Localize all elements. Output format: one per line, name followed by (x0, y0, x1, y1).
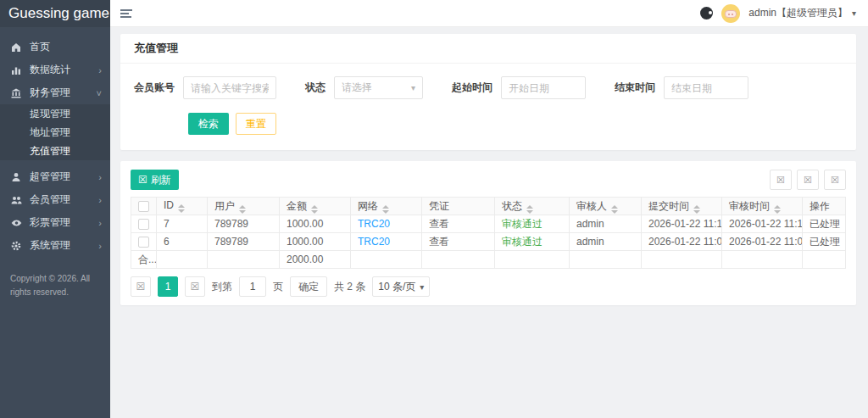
status-label: 状态 (305, 81, 326, 95)
cell-action: 已处理 (803, 215, 846, 233)
cell-submit-time: 2026-01-22 11:16... (642, 215, 722, 233)
content: 充值管理 会员账号 状态 请选择 ▾ (110, 27, 868, 418)
caret-down-icon: ▾ (420, 282, 424, 292)
sort-icon[interactable] (239, 205, 246, 214)
row-checkbox[interactable] (138, 219, 149, 230)
filter-area: 会员账号 状态 请选择 ▾ 起始时间 (120, 64, 856, 150)
status-select[interactable]: 请选择 ▾ (334, 76, 423, 99)
chevron-right-icon: › (98, 172, 102, 182)
sort-icon[interactable] (611, 205, 618, 214)
next-icon: ☒ (191, 281, 200, 293)
refresh-icon: ☒ (138, 174, 147, 186)
col-voucher: 凭证 (422, 198, 495, 215)
sort-icon[interactable] (693, 205, 700, 214)
table-row: 6 789789 1000.00 TRC20 查看 审核通过 admin 202… (131, 233, 846, 251)
table-tool-icons: ☒ ☒ ☒ (770, 170, 846, 190)
sort-icon[interactable] (526, 205, 533, 214)
current-page[interactable]: 1 (158, 276, 178, 297)
topbar: admin【超级管理员】 ▾ (110, 0, 868, 27)
sidebar-item-statistics[interactable]: 数据统计 › (0, 59, 110, 81)
account-input[interactable] (183, 76, 276, 99)
caret-down-icon: ▾ (852, 8, 856, 18)
theme-icon[interactable] (700, 7, 713, 20)
start-date-input[interactable] (501, 76, 586, 99)
sidebar-item-home[interactable]: 首页 (0, 36, 110, 59)
main-area: admin【超级管理员】 ▾ 充值管理 会员账号 状态 (110, 0, 868, 418)
sort-icon[interactable] (311, 205, 318, 214)
finance-submenu: 提现管理 地址管理 充值管理 (0, 104, 110, 160)
status-badge: 审核通过 (502, 218, 542, 230)
prev-page-button[interactable]: ☒ (131, 276, 151, 297)
sort-icon[interactable] (382, 205, 389, 214)
col-status[interactable]: 状态 (495, 198, 570, 215)
network-link[interactable]: TRC20 (358, 236, 390, 248)
gear-icon (10, 241, 22, 251)
network-link[interactable]: TRC20 (358, 218, 390, 230)
sort-icon[interactable] (774, 205, 781, 214)
sidebar-item-system[interactable]: 系统管理 › (0, 234, 110, 257)
sidebar-subitem-address[interactable]: 地址管理 (0, 123, 110, 142)
goto-page-input[interactable] (239, 276, 266, 297)
table-row: 7 789789 1000.00 TRC20 查看 审核通过 admin 202… (131, 215, 846, 233)
user-menu[interactable]: admin【超级管理员】 ▾ (748, 6, 856, 20)
select-all-checkbox[interactable] (138, 201, 149, 212)
voucher-view-link[interactable]: 查看 (429, 236, 449, 248)
print-icon: ☒ (831, 175, 839, 186)
print-button[interactable]: ☒ (824, 170, 846, 190)
sidebar-item-superadmin[interactable]: 超管管理 › (0, 165, 110, 188)
sidebar-item-members[interactable]: 会员管理 › (0, 188, 110, 211)
end-date-input[interactable] (664, 76, 748, 99)
bar-chart-icon (10, 65, 22, 75)
avatar[interactable] (721, 4, 740, 23)
table-header-row: ID 用户 金额 网络 凭证 状态 审核人 提交时间 审核时间 操作 (131, 198, 846, 215)
per-page-select[interactable]: 10 条/页 ▾ (372, 276, 430, 297)
menu-fold-icon[interactable] (119, 5, 134, 22)
sidebar-subitem-recharge[interactable]: 充值管理 (0, 142, 110, 160)
summary-label: 合... (131, 251, 157, 269)
per-page-value: 10 条/页 (378, 280, 415, 294)
col-action: 操作 (803, 198, 846, 215)
table-toolbar: ☒ 刷新 ☒ ☒ ☒ (131, 170, 846, 190)
caret-down-icon: ▾ (411, 83, 415, 92)
col-submit-time[interactable]: 提交时间 (642, 198, 722, 215)
page-title: 充值管理 (120, 34, 856, 64)
chevron-right-icon: › (98, 195, 102, 205)
sidebar-subitem-withdraw[interactable]: 提现管理 (0, 104, 110, 123)
sidebar-item-lottery[interactable]: 彩票管理 › (0, 211, 110, 234)
chevron-right-icon: › (98, 65, 102, 75)
page-word: 页 (273, 280, 283, 294)
voucher-view-link[interactable]: 查看 (429, 218, 449, 230)
app-logo: Guessing game (0, 0, 110, 27)
cell-action: 已处理 (803, 233, 846, 251)
status-badge: 审核通过 (502, 236, 542, 248)
cell-id: 7 (157, 215, 208, 233)
sidebar-menu: 首页 数据统计 › 财务管理 ˅ 提现管理 地址管理 充值管理 (0, 36, 110, 257)
filter-card: 充值管理 会员账号 状态 请选择 ▾ (120, 34, 856, 150)
search-button[interactable]: 检索 (188, 113, 229, 135)
export-button[interactable]: ☒ (797, 170, 819, 190)
table-card: ☒ 刷新 ☒ ☒ ☒ (120, 161, 856, 305)
topbar-right: admin【超级管理员】 ▾ (700, 4, 856, 23)
col-user[interactable]: 用户 (208, 198, 280, 215)
refresh-button[interactable]: ☒ 刷新 (131, 170, 179, 190)
sort-icon[interactable] (178, 204, 185, 213)
sidebar-item-label: 彩票管理 (30, 215, 98, 230)
goto-label: 到第 (212, 280, 232, 294)
next-page-button[interactable]: ☒ (185, 276, 205, 297)
filter-columns-button[interactable]: ☒ (770, 170, 792, 190)
reset-button[interactable]: 重置 (236, 113, 276, 135)
col-audit-time[interactable]: 审核时间 (722, 198, 803, 215)
recharge-table: ID 用户 金额 网络 凭证 状态 审核人 提交时间 审核时间 操作 (131, 197, 846, 269)
col-amount[interactable]: 金额 (280, 198, 351, 215)
col-network[interactable]: 网络 (351, 198, 422, 215)
pagination: ☒ 1 ☒ 到第 页 确定 共 2 条 10 条/页 ▾ (131, 276, 846, 297)
cell-amount: 1000.00 (280, 233, 351, 251)
account-label: 会员账号 (134, 81, 175, 95)
col-auditor[interactable]: 审核人 (570, 198, 642, 215)
refresh-label: 刷新 (151, 173, 171, 187)
row-checkbox[interactable] (138, 237, 149, 248)
sidebar-item-finance[interactable]: 财务管理 ˅ (0, 81, 110, 104)
sidebar-item-label: 数据统计 (30, 63, 98, 77)
confirm-page-button[interactable]: 确定 (290, 276, 327, 297)
col-id[interactable]: ID (157, 198, 208, 215)
